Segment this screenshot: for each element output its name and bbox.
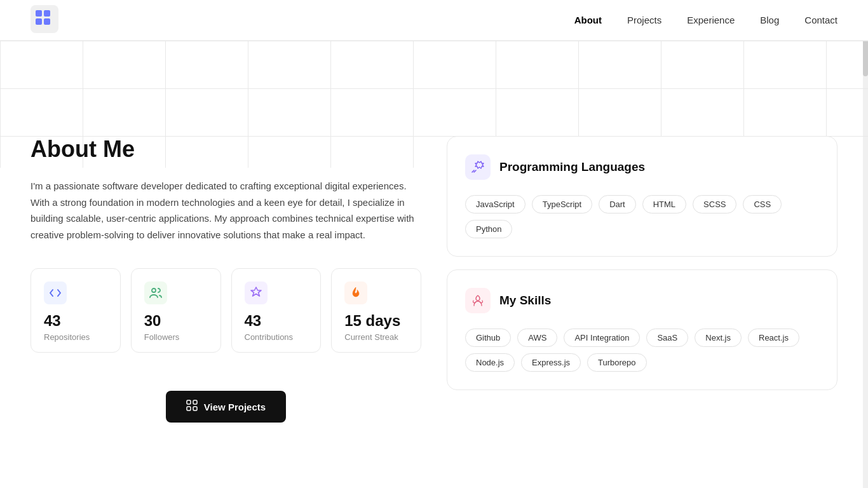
- svg-point-5: [152, 288, 156, 292]
- nav-link-blog[interactable]: Blog: [760, 15, 779, 25]
- prog-lang-title: Programming Languages: [499, 160, 645, 174]
- programming-languages-card: Programming Languages JavaScriptTypeScri…: [447, 136, 837, 257]
- svg-rect-8: [187, 407, 191, 410]
- svg-rect-3: [36, 18, 42, 25]
- prog-lang-tag: HTML: [642, 195, 686, 214]
- prog-lang-tag: Python: [465, 220, 512, 238]
- contributions-icon: [245, 281, 268, 304]
- skill-tag: React.js: [748, 329, 799, 347]
- nav-link-experience[interactable]: Experience: [687, 15, 735, 25]
- skill-tag: Express.js: [521, 353, 581, 372]
- main-content: About Me I'm a passionate software devel…: [0, 41, 868, 461]
- contributions-number: 43: [245, 312, 308, 330]
- about-description: I'm a passionate software developer dedi…: [31, 178, 421, 243]
- followers-label: Followers: [144, 332, 208, 342]
- stat-card-followers: 30 Followers: [131, 268, 221, 353]
- skill-tag: Next.js: [695, 329, 742, 347]
- streak-label: Current Streak: [344, 332, 408, 342]
- contributions-label: Contributions: [245, 332, 308, 342]
- streak-number: 15 days: [344, 312, 408, 330]
- stats-grid: 43 Repositories 30 Followers: [31, 268, 421, 353]
- prog-lang-tag: SCSS: [693, 195, 736, 214]
- prog-lang-tag: TypeScript: [532, 195, 592, 214]
- repos-number: 43: [44, 312, 107, 330]
- skills-title: My Skills: [499, 294, 551, 308]
- skills-tags: GithubAWSAPI IntegrationSaaSNext.jsReact…: [465, 329, 819, 372]
- svg-rect-1: [36, 10, 42, 17]
- skill-tag: Turborepo: [587, 353, 647, 372]
- svg-rect-4: [44, 18, 50, 25]
- followers-number: 30: [144, 312, 208, 330]
- nav-link-projects[interactable]: Projects: [627, 15, 661, 25]
- stat-card-repos: 43 Repositories: [31, 268, 121, 353]
- repos-label: Repositories: [44, 332, 107, 342]
- streak-icon: [344, 281, 367, 304]
- skill-tag: Node.js: [465, 353, 515, 372]
- skill-tag: AWS: [517, 329, 557, 347]
- logo[interactable]: [31, 5, 58, 36]
- skill-tag: Github: [465, 329, 511, 347]
- svg-rect-7: [193, 400, 197, 404]
- left-column: About Me I'm a passionate software devel…: [31, 66, 421, 423]
- about-title: About Me: [31, 136, 421, 163]
- svg-rect-9: [193, 407, 197, 410]
- skill-tag: API Integration: [564, 329, 640, 347]
- nav-links: About Projects Experience Blog Contact: [574, 15, 837, 26]
- view-projects-label: View Projects: [204, 402, 266, 412]
- my-skills-card: My Skills GithubAWSAPI IntegrationSaaSNe…: [447, 269, 837, 390]
- prog-lang-icon: [465, 154, 491, 180]
- repos-icon: [44, 281, 67, 304]
- skills-header: My Skills: [465, 288, 819, 313]
- prog-lang-tags: JavaScriptTypeScriptDartHTMLSCSSCSSPytho…: [465, 195, 819, 238]
- svg-rect-2: [44, 10, 50, 17]
- nav-link-about[interactable]: About: [574, 15, 602, 25]
- prog-lang-tag: Dart: [599, 195, 636, 214]
- stat-card-contributions: 43 Contributions: [231, 268, 322, 353]
- followers-icon: [144, 281, 167, 304]
- projects-btn-icon: [186, 400, 198, 414]
- svg-rect-6: [187, 400, 191, 404]
- navbar: About Projects Experience Blog Contact: [0, 0, 868, 41]
- btn-wrapper: View Projects: [31, 378, 421, 423]
- view-projects-button[interactable]: View Projects: [166, 391, 286, 423]
- skill-tag: SaaS: [646, 329, 688, 347]
- prog-lang-tag: CSS: [743, 195, 782, 214]
- prog-lang-header: Programming Languages: [465, 154, 819, 180]
- nav-link-contact[interactable]: Contact: [804, 15, 837, 25]
- stat-card-streak: 15 days Current Streak: [331, 268, 421, 353]
- prog-lang-tag: JavaScript: [465, 195, 526, 214]
- skills-icon: [465, 288, 491, 313]
- right-column: Programming Languages JavaScriptTypeScri…: [447, 66, 837, 423]
